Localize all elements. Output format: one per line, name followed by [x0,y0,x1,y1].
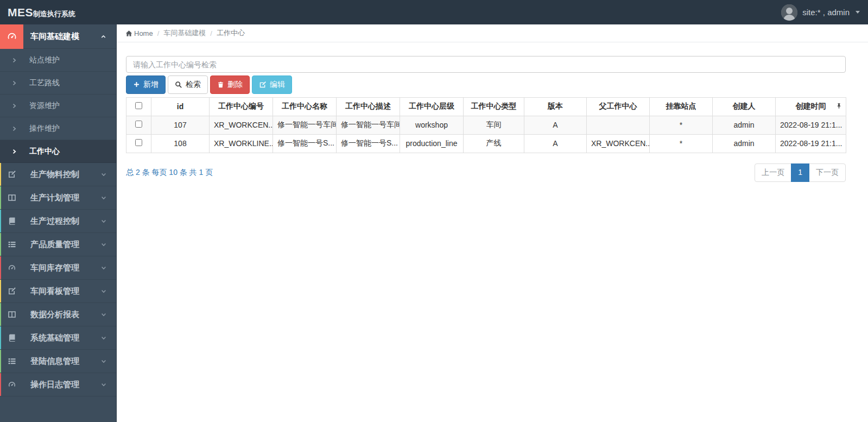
th-version[interactable]: 版本 [524,97,587,116]
th-create-time[interactable]: 创建时间 [776,97,846,116]
sidebar-mainmenu: 生产物料控制 生产计划管理 生产过程控制 [0,163,116,396]
color-strip [0,256,1,279]
row-checkbox[interactable] [135,139,142,146]
sidebar-item-site-maintenance[interactable]: 站点维护 [0,49,116,72]
pagination-prev-button[interactable]: 上一页 [755,163,791,182]
toolbar: 新增 检索 删除 编辑 [126,75,846,94]
thumbtack-icon[interactable] [836,102,842,111]
breadcrumb-home-link[interactable]: Home [125,29,153,37]
columns-icon [0,310,23,319]
sidebar-item-work-center[interactable]: 工作中心 [0,140,116,163]
trash-icon [217,81,224,89]
delete-button-label: 删除 [227,79,243,90]
chevron-right-icon [11,103,17,109]
sidebar-group-workshop-modeling[interactable]: 车间基础建模 [0,24,116,49]
pagination-next-button[interactable]: 下一页 [809,163,846,182]
sidebar-submenu: 站点维护 工艺路线 资源维护 操作维护 工作中心 [0,49,116,163]
th-code[interactable]: 工作中心编号 [210,97,273,116]
th-level[interactable]: 工作中心层级 [400,97,464,116]
gauge-icon [0,24,23,49]
user-menu[interactable]: site:* , admin [781,4,860,21]
table-row[interactable]: 108 XR_WORKLINE... 修一智能一号S... 修一智能一号S...… [126,134,846,153]
cell-version: A [524,134,587,153]
row-checkbox[interactable] [135,121,142,128]
th-type[interactable]: 工作中心类型 [464,97,524,116]
th-station[interactable]: 挂靠站点 [650,97,713,116]
cell-name: 修一智能一号S... [273,134,337,153]
sidebar-item-data-report[interactable]: 数据分析报表 [0,303,116,326]
search-input[interactable] [126,56,846,73]
breadcrumb-separator: / [157,29,160,37]
edit-button[interactable]: 编辑 [252,75,292,94]
brand-subtitle: 制造执行系统 [33,9,75,19]
add-button[interactable]: 新增 [126,75,166,94]
brand-logo[interactable]: MES制造执行系统 [8,6,75,19]
chevron-down-icon [100,381,107,388]
sidebar-item-material-control[interactable]: 生产物料控制 [0,163,116,186]
color-strip [0,210,1,232]
user-avatar [781,4,797,21]
sidebar-item-quality-management[interactable]: 产品质量管理 [0,233,116,256]
add-button-label: 新增 [143,79,159,90]
breadcrumb-separator: / [210,29,212,37]
chevron-down-icon [100,335,107,341]
chevron-down-icon [100,218,107,224]
color-strip [0,326,1,349]
sidebar-item-operation-log-management[interactable]: 操作日志管理 [0,373,116,396]
cell-name: 修一智能一号车间 [273,116,337,134]
breadcrumb-level1[interactable]: 车间基础建模 [163,28,206,38]
user-label: site:* , admin [802,8,850,17]
brand-mes: MES [8,6,33,19]
edit-button-label: 编辑 [270,79,285,90]
sidebar-item-plan-management[interactable]: 生产计划管理 [0,186,116,210]
cell-station: * [650,134,713,153]
th-creator[interactable]: 创建人 [713,97,776,116]
list-icon [0,240,23,249]
search-button-label: 检索 [186,79,201,90]
th-parent[interactable]: 父工作中心 [587,97,650,116]
cell-level: production_line [400,134,464,153]
table-footer: 总 2 条 每页 10 条 共 1 页 上一页 1 下一页 [126,163,846,182]
sidebar-item-inventory-management[interactable]: 车间库存管理 [0,256,116,280]
book-icon [0,333,23,342]
sidebar-item-resource-maintenance[interactable]: 资源维护 [0,95,116,117]
color-strip [0,350,1,373]
sidebar-item-process-control[interactable]: 生产过程控制 [0,210,116,233]
cell-version: A [524,116,587,134]
chevron-right-icon [11,80,17,86]
pencil-square-icon [0,287,23,295]
cell-type: 产线 [464,134,524,153]
sidebar-item-system-management[interactable]: 系统基础管理 [0,326,116,350]
chevron-down-icon [100,288,107,294]
table-row[interactable]: 107 XR_WORKCEN... 修一智能一号车间 修一智能一号车间 work… [126,116,846,134]
th-create-time-label: 创建时间 [796,102,826,110]
sidebar-item-operation-maintenance[interactable]: 操作维护 [0,117,116,140]
cell-level: workshop [400,116,464,134]
sidebar-item-label: 生产物料控制 [30,169,100,180]
chevron-right-icon [11,125,17,132]
search-button[interactable]: 检索 [168,75,208,94]
color-strip [0,186,1,209]
sidebar-item-kanban-management[interactable]: 车间看板管理 [0,280,116,303]
person-silhouette-icon [781,4,797,21]
chevron-down-icon [100,264,107,271]
cell-parent [587,116,650,134]
work-center-table: id 工作中心编号 工作中心名称 工作中心描述 工作中心层级 工作中心类型 版本… [126,97,846,153]
th-description[interactable]: 工作中心描述 [337,97,400,116]
cell-code: XR_WORKLINE... [210,134,273,153]
caret-down-icon [856,11,860,14]
sidebar-item-label: 登陆信息管理 [30,356,100,367]
cell-create-time: 2022-08-19 21:1... [776,116,846,134]
pagination-page-1[interactable]: 1 [791,163,809,182]
sidebar-item-label: 操作维护 [29,124,60,134]
gauge-icon [0,263,23,272]
th-name[interactable]: 工作中心名称 [273,97,337,116]
sidebar-item-login-info-management[interactable]: 登陆信息管理 [0,350,116,373]
sidebar: 车间基础建模 站点维护 工艺路线 资源维护 [0,24,117,422]
chevron-down-icon [100,241,107,248]
select-all-checkbox[interactable] [135,102,142,109]
th-select-all [126,97,151,116]
sidebar-item-process-route[interactable]: 工艺路线 [0,72,116,95]
delete-button[interactable]: 删除 [210,75,250,94]
th-id[interactable]: id [151,97,210,116]
